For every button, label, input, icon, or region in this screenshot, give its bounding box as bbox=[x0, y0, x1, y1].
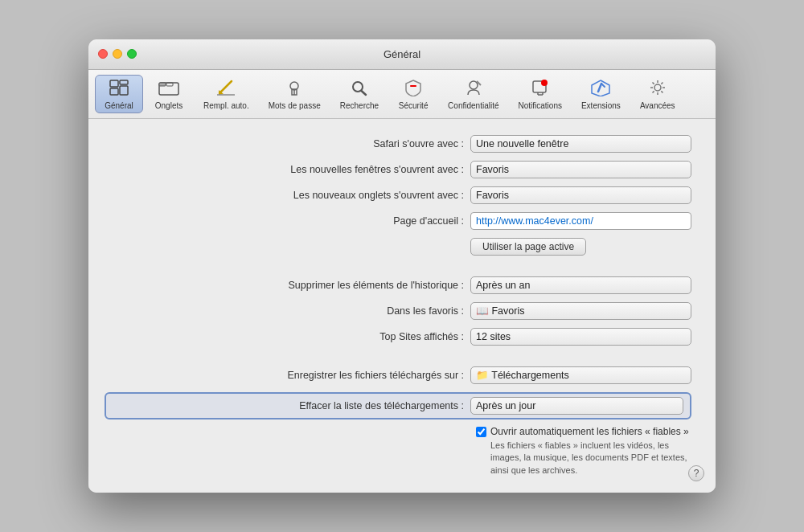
svg-point-19 bbox=[541, 80, 548, 86]
effacer-liste-label: Effacer la liste des téléchargements : bbox=[113, 400, 470, 411]
svg-line-34 bbox=[652, 91, 654, 92]
svg-line-14 bbox=[361, 91, 366, 95]
dans-favoris-label: Dans les favoris : bbox=[105, 305, 470, 317]
help-button[interactable]: ? bbox=[688, 465, 704, 481]
svg-rect-3 bbox=[120, 86, 128, 95]
toolbar-item-general[interactable]: Général bbox=[95, 75, 143, 113]
toolbar-label-mots-de-passe: Mots de passe bbox=[269, 101, 321, 110]
page-accueil-row: Page d'accueil : bbox=[105, 212, 691, 230]
svg-line-25 bbox=[601, 84, 605, 87]
utiliser-page-button[interactable]: Utiliser la page active bbox=[470, 238, 586, 256]
toolbar-label-general: Général bbox=[105, 101, 133, 110]
nouvelles-fenetres-select-wrapper: Favoris bbox=[470, 161, 691, 178]
effacer-liste-select[interactable]: Après un jour bbox=[470, 397, 683, 415]
nouvelles-fenetres-row: Les nouvelles fenêtres s'ouvrent avec : … bbox=[105, 161, 691, 178]
toolbar-item-confidentialite[interactable]: Confidentialité bbox=[439, 75, 507, 113]
separator-1 bbox=[105, 264, 691, 276]
general-icon bbox=[109, 79, 129, 100]
effacer-liste-control: Après un jour bbox=[470, 397, 683, 415]
svg-point-26 bbox=[654, 84, 661, 91]
dans-favoris-select-wrapper: 📖 Favoris bbox=[470, 302, 691, 320]
supprimer-historique-control: Après un an bbox=[470, 276, 691, 294]
content-area: Safari s'ouvre avec : Une nouvelle fenêt… bbox=[88, 119, 716, 493]
toolbar-label-avancees: Avancées bbox=[640, 101, 675, 110]
dans-favoris-row: Dans les favoris : 📖 Favoris bbox=[105, 302, 691, 320]
nouveaux-onglets-select-wrapper: Favoris bbox=[470, 186, 691, 204]
titlebar: Général bbox=[88, 39, 716, 70]
nouvelles-fenetres-select[interactable]: Favoris bbox=[470, 161, 691, 178]
toolbar-item-rempl-auto[interactable]: Rempl. auto. bbox=[195, 75, 258, 113]
dans-favoris-control: 📖 Favoris bbox=[470, 302, 691, 320]
page-accueil-control bbox=[470, 212, 691, 230]
toolbar-item-onglets[interactable]: Onglets bbox=[145, 75, 193, 113]
enregistrer-telechargements-row: Enregistrer les fichiers téléchargés sur… bbox=[105, 366, 691, 384]
svg-rect-0 bbox=[110, 80, 118, 87]
nouvelles-fenetres-label: Les nouvelles fenêtres s'ouvrent avec : bbox=[105, 164, 470, 175]
utiliser-page-wrap: Utiliser la page active bbox=[470, 238, 586, 256]
effacer-liste-select-wrapper: Après un jour bbox=[470, 397, 683, 415]
page-accueil-label: Page d'accueil : bbox=[105, 215, 470, 227]
dans-favoris-select[interactable]: 📖 Favoris bbox=[470, 302, 691, 320]
top-sites-row: Top Sites affichés : 12 sites bbox=[105, 328, 691, 346]
supprimer-historique-label: Supprimer les éléments de l'historique : bbox=[105, 280, 470, 291]
nouveaux-onglets-label: Les nouveaux onglets s'ouvrent avec : bbox=[105, 190, 470, 201]
window-title: Général bbox=[384, 48, 420, 60]
toolbar: Général Onglets Rempl. auto. Mots de pas… bbox=[88, 70, 716, 119]
toolbar-label-confidentialite: Confidentialité bbox=[448, 101, 498, 110]
svg-line-7 bbox=[219, 81, 232, 93]
toolbar-label-securite: Sécurité bbox=[399, 101, 429, 110]
ouvrir-auto-checkbox[interactable] bbox=[476, 427, 486, 437]
svg-rect-2 bbox=[110, 88, 118, 95]
onglets-icon bbox=[158, 79, 179, 100]
toolbar-item-avancees[interactable]: Avancées bbox=[631, 75, 684, 113]
supprimer-historique-select[interactable]: Après un an bbox=[470, 276, 691, 294]
top-sites-label: Top Sites affichés : bbox=[105, 331, 470, 342]
svg-line-24 bbox=[598, 84, 601, 92]
rempl-auto-icon bbox=[215, 79, 236, 100]
mots-de-passe-icon bbox=[284, 79, 305, 100]
notifications-icon bbox=[530, 79, 551, 100]
maximize-button[interactable] bbox=[127, 49, 137, 59]
top-sites-select[interactable]: 12 sites bbox=[470, 328, 691, 346]
nouveaux-onglets-row: Les nouveaux onglets s'ouvrent avec : Fa… bbox=[105, 186, 691, 204]
toolbar-item-mots-de-passe[interactable]: Mots de passe bbox=[260, 75, 330, 113]
top-sites-control: 12 sites bbox=[470, 328, 691, 346]
safari-ouvre-label: Safari s'ouvre avec : bbox=[105, 138, 470, 149]
ouvrir-auto-row: Ouvrir automatiquement les fichiers « fi… bbox=[476, 426, 691, 437]
toolbar-label-extensions: Extensions bbox=[581, 101, 621, 110]
toolbar-item-notifications[interactable]: Notifications bbox=[509, 75, 570, 113]
safari-ouvre-row: Safari s'ouvre avec : Une nouvelle fenêt… bbox=[105, 135, 691, 153]
toolbar-item-recherche[interactable]: Recherche bbox=[331, 75, 388, 113]
nouveaux-onglets-select[interactable]: Favoris bbox=[470, 186, 691, 204]
svg-marker-23 bbox=[592, 80, 609, 96]
toolbar-item-extensions[interactable]: Extensions bbox=[572, 75, 630, 113]
page-accueil-input[interactable] bbox=[470, 212, 691, 230]
securite-icon bbox=[403, 79, 424, 100]
enregistrer-telechargements-control: 📁 Téléchargements bbox=[470, 366, 691, 384]
safari-ouvre-select-wrapper: Une nouvelle fenêtre bbox=[470, 135, 691, 153]
enregistrer-telechargements-select[interactable]: 📁 Téléchargements bbox=[470, 366, 691, 384]
utiliser-page-row: Utiliser la page active bbox=[105, 238, 691, 256]
close-button[interactable] bbox=[98, 49, 108, 59]
top-sites-select-wrapper: 12 sites bbox=[470, 328, 691, 346]
extensions-icon bbox=[590, 79, 611, 100]
enregistrer-telechargements-select-wrapper: 📁 Téléchargements bbox=[470, 366, 691, 384]
toolbar-label-recherche: Recherche bbox=[340, 101, 379, 110]
svg-rect-15 bbox=[410, 85, 416, 87]
traffic-lights bbox=[98, 49, 137, 59]
toolbar-item-securite[interactable]: Sécurité bbox=[389, 75, 437, 113]
svg-rect-1 bbox=[120, 80, 128, 84]
form-content: Safari s'ouvre avec : Une nouvelle fenêt… bbox=[88, 119, 716, 493]
supprimer-historique-row: Supprimer les éléments de l'historique :… bbox=[105, 276, 691, 294]
ouvrir-auto-label: Ouvrir automatiquement les fichiers « fi… bbox=[490, 426, 689, 437]
enregistrer-telechargements-label: Enregistrer les fichiers téléchargés sur… bbox=[105, 370, 470, 381]
svg-point-16 bbox=[470, 81, 478, 89]
toolbar-label-onglets: Onglets bbox=[155, 101, 183, 110]
safari-ouvre-select[interactable]: Une nouvelle fenêtre bbox=[470, 135, 691, 153]
safari-ouvre-control: Une nouvelle fenêtre bbox=[470, 135, 691, 153]
toolbar-label-notifications: Notifications bbox=[518, 101, 561, 110]
svg-line-32 bbox=[661, 91, 662, 92]
svg-rect-5 bbox=[159, 83, 166, 86]
svg-line-31 bbox=[652, 82, 654, 84]
minimize-button[interactable] bbox=[113, 49, 122, 59]
